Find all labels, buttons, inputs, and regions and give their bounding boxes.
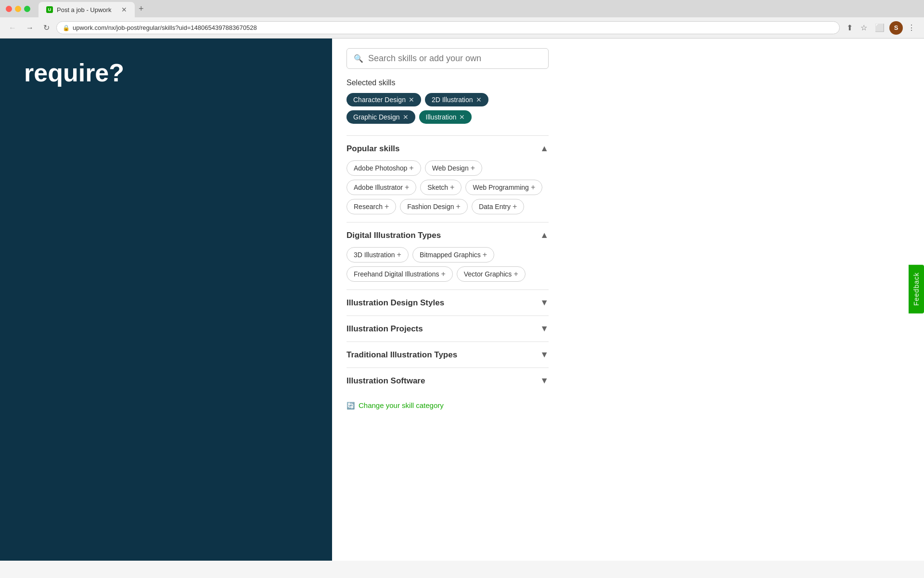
share-button[interactable]: ⬆ — [844, 21, 856, 34]
skill-option-label: Vector Graphics — [464, 270, 512, 278]
minimize-window-button[interactable] — [15, 6, 21, 12]
title-bar: U Post a job - Upwork ✕ + — [0, 0, 924, 17]
illustration-software-chevron: ▼ — [540, 376, 549, 386]
forward-button[interactable]: → — [23, 22, 37, 34]
lock-icon: 🔒 — [63, 25, 70, 31]
skill-option-freehand-digital-illustrations[interactable]: Freehand Digital Illustrations + — [346, 266, 453, 282]
add-icon: + — [531, 183, 535, 192]
popular-skills-header[interactable]: Popular skills ▲ — [346, 144, 549, 154]
skill-option-label: Adobe Photoshop — [354, 164, 407, 172]
skill-option-bitmapped-graphics[interactable]: Bitmapped Graphics + — [412, 247, 494, 263]
traditional-illustration-types-title: Traditional Illustration Types — [346, 350, 457, 360]
add-icon: + — [405, 183, 409, 192]
popular-skills-title: Popular skills — [346, 144, 400, 154]
change-category-section: 🔄 Change your skill category — [346, 394, 549, 417]
skill-tag-graphic-design[interactable]: Graphic Design ✕ — [346, 110, 415, 124]
selected-skills-label: Selected skills — [346, 79, 549, 87]
skill-option-adobe-illustrator[interactable]: Adobe Illustrator + — [346, 180, 416, 195]
add-icon: + — [483, 250, 487, 259]
search-input[interactable] — [368, 53, 541, 64]
add-icon: + — [450, 183, 454, 192]
traditional-illustration-types-chevron: ▼ — [540, 350, 549, 360]
selected-skills-list: Character Design ✕ 2D Illustration ✕ Gra… — [346, 93, 549, 124]
traditional-illustration-types-header[interactable]: Traditional Illustration Types ▼ — [346, 350, 549, 360]
category-illustration-design-styles: Illustration Design Styles ▼ — [346, 289, 549, 315]
digital-illustration-types-header[interactable]: Digital Illustration Types ▲ — [346, 230, 549, 240]
left-content: require? — [24, 58, 124, 88]
skill-option-web-design[interactable]: Web Design + — [425, 160, 482, 176]
add-icon: + — [456, 202, 461, 211]
illustration-projects-header[interactable]: Illustration Projects ▼ — [346, 324, 549, 334]
nav-actions: ⬆ ☆ ⬜ S ⋮ — [844, 21, 918, 35]
skill-option-label: Fashion Design — [407, 203, 454, 210]
feedback-button[interactable]: Feedback — [909, 264, 924, 313]
right-panel: 🔍 Selected skills Character Design ✕ 2D … — [332, 39, 924, 561]
bookmark-button[interactable]: ☆ — [858, 21, 870, 34]
nav-bar: ← → ↻ 🔒 upwork.com/nx/job-post/regular/s… — [0, 17, 924, 39]
skill-option-label: Freehand Digital Illustrations — [354, 270, 439, 278]
skill-option-label: Research — [354, 203, 383, 210]
skill-tag-label: Character Design — [353, 96, 406, 104]
illustration-design-styles-chevron: ▼ — [540, 298, 549, 308]
skill-option-label: Adobe Illustrator — [354, 184, 403, 191]
url-text: upwork.com/nx/job-post/regular/skills?ui… — [73, 24, 257, 31]
browser-chrome: U Post a job - Upwork ✕ + ← → ↻ 🔒 upwork… — [0, 0, 924, 39]
popular-skills-list: Adobe Photoshop + Web Design + Adobe Ill… — [346, 160, 549, 214]
close-window-button[interactable] — [6, 6, 12, 12]
skill-tag-illustration[interactable]: Illustration ✕ — [419, 110, 472, 124]
page-layout: require? 🔍 Selected skills Character Des… — [0, 39, 924, 561]
address-bar[interactable]: 🔒 upwork.com/nx/job-post/regular/skills?… — [56, 21, 840, 34]
skill-option-web-programming[interactable]: Web Programming + — [465, 180, 542, 195]
maximize-window-button[interactable] — [24, 6, 30, 12]
tab-close-button[interactable]: ✕ — [121, 6, 127, 13]
illustration-design-styles-header[interactable]: Illustration Design Styles ▼ — [346, 298, 549, 308]
search-icon: 🔍 — [354, 54, 363, 63]
skill-option-label: Sketch — [427, 184, 448, 191]
digital-illustration-types-list: 3D Illustration + Bitmapped Graphics + F… — [346, 247, 549, 282]
skill-option-label: Web Design — [432, 164, 469, 172]
menu-button[interactable]: ⋮ — [905, 21, 918, 34]
skill-option-label: 3D Illustration — [354, 251, 395, 259]
skill-tag-label: Graphic Design — [353, 113, 400, 121]
skill-tag-character-design[interactable]: Character Design ✕ — [346, 93, 421, 106]
remove-illustration-button[interactable]: ✕ — [459, 113, 465, 121]
illustration-projects-title: Illustration Projects — [346, 324, 423, 334]
skill-option-label: Data Entry — [479, 203, 511, 210]
add-icon: + — [513, 202, 517, 211]
change-category-link[interactable]: Change your skill category — [359, 401, 444, 409]
category-traditional-illustration-types: Traditional Illustration Types ▼ — [346, 342, 549, 368]
skill-option-label: Web Programming — [473, 184, 528, 191]
remove-graphic-design-button[interactable]: ✕ — [403, 113, 409, 121]
new-tab-button[interactable]: + — [135, 2, 148, 16]
digital-illustration-types-chevron: ▲ — [540, 230, 549, 240]
skill-option-research[interactable]: Research + — [346, 199, 396, 214]
skill-option-sketch[interactable]: Sketch + — [420, 180, 462, 195]
tab-title: Post a job - Upwork — [57, 6, 111, 13]
traffic-lights — [6, 6, 30, 12]
add-icon: + — [385, 202, 389, 211]
skill-option-data-entry[interactable]: Data Entry + — [472, 199, 524, 214]
page-heading: require? — [24, 58, 124, 88]
illustration-design-styles-title: Illustration Design Styles — [346, 298, 444, 308]
tabs-bar: U Post a job - Upwork ✕ + — [0, 0, 924, 17]
browser-tab-upwork[interactable]: U Post a job - Upwork ✕ — [38, 2, 135, 17]
extensions-button[interactable]: ⬜ — [872, 21, 887, 34]
back-button[interactable]: ← — [6, 22, 19, 34]
remove-2d-illustration-button[interactable]: ✕ — [476, 96, 482, 104]
category-digital-illustration-types: Digital Illustration Types ▲ 3D Illustra… — [346, 222, 549, 289]
skill-option-fashion-design[interactable]: Fashion Design + — [400, 199, 468, 214]
category-illustration-software: Illustration Software ▼ — [346, 368, 549, 394]
popular-skills-chevron: ▲ — [540, 144, 549, 154]
illustration-software-header[interactable]: Illustration Software ▼ — [346, 376, 549, 386]
refresh-button[interactable]: ↻ — [40, 21, 52, 34]
skill-option-3d-illustration[interactable]: 3D Illustration + — [346, 247, 409, 263]
skill-tag-2d-illustration[interactable]: 2D Illustration ✕ — [425, 93, 488, 106]
skill-tag-label: Illustration — [426, 113, 457, 121]
add-icon: + — [471, 164, 475, 172]
remove-character-design-button[interactable]: ✕ — [409, 96, 414, 104]
add-icon: + — [441, 270, 445, 278]
category-popular-skills: Popular skills ▲ Adobe Photoshop + Web D… — [346, 135, 549, 222]
skill-option-vector-graphics[interactable]: Vector Graphics + — [457, 266, 526, 282]
skill-option-adobe-photoshop[interactable]: Adobe Photoshop + — [346, 160, 421, 176]
profile-avatar[interactable]: S — [889, 21, 903, 35]
